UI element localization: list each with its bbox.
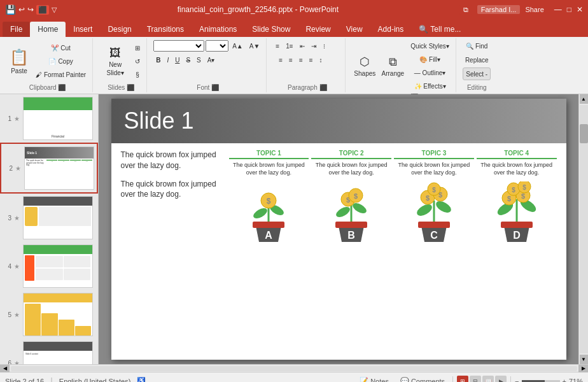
ribbon-group-font: A▲ A▼ B I U S S A▾ Font ⬛ <box>150 38 267 92</box>
plants-row: $ A <box>229 181 557 245</box>
slide-item-1[interactable]: 1 ★ Financial <box>0 94 98 143</box>
status-right: 📝 Notes 💬 Comments ⊞ ⊟ 📖 ▶ − + 71% <box>356 376 583 383</box>
increase-indent-btn[interactable]: ⇥ <box>309 39 319 52</box>
zoom-out-btn[interactable]: − <box>515 378 519 383</box>
topic-text-3: The quick brown fox jumped over the lazy… <box>394 162 474 176</box>
zoom-slider[interactable] <box>522 380 560 383</box>
tab-review[interactable]: Review <box>298 22 338 37</box>
new-slide-button[interactable]: 🖼 NewSlide▾ <box>99 42 131 80</box>
font-color-button[interactable]: A▾ <box>205 53 218 66</box>
strikethrough-button[interactable]: S <box>183 53 193 66</box>
tab-home[interactable]: Home <box>30 22 66 37</box>
slide-title: Slide 1 <box>124 108 194 134</box>
numbering-button[interactable]: 1≡ <box>283 39 295 52</box>
font-label: Font ⬛ <box>153 83 262 91</box>
center-button[interactable]: ≡ <box>286 53 295 66</box>
tab-design[interactable]: Design <box>100 22 139 37</box>
slide-sorter-btn[interactable]: ⊟ <box>470 376 481 383</box>
topic-text-2: The quick brown fox jumped over the lazy… <box>311 162 391 176</box>
tab-view[interactable]: View <box>339 22 370 37</box>
bold-button[interactable]: B <box>153 53 163 66</box>
slide-info: Slide 2 of 16 <box>5 378 44 383</box>
slide-item-6[interactable]: 6 ★ Slide 6 content <box>0 339 98 364</box>
vertical-scrollbar[interactable]: ▲ ▼ <box>578 94 588 364</box>
shape-outline-btn[interactable]: — Outline▾ <box>408 66 452 79</box>
align-left-button[interactable]: ≡ <box>276 53 285 66</box>
restore-btn[interactable]: □ <box>567 5 571 14</box>
reading-view-btn[interactable]: 📖 <box>482 376 494 383</box>
close-btn[interactable]: ✕ <box>577 5 583 14</box>
cut-button[interactable]: ✂️Cut <box>33 41 88 54</box>
zoom-bar[interactable]: − + 71% <box>515 378 583 383</box>
copy-button[interactable]: 📄Copy <box>33 55 88 67</box>
select-button[interactable]: Select - <box>463 67 491 80</box>
tab-file[interactable]: File <box>3 22 30 37</box>
shape-fill-btn[interactable]: 🎨 Fill▾ <box>408 53 452 66</box>
ribbon-group-slides: 🖼 NewSlide▾ ⊞ ↺ § Slides ⬛ <box>95 38 147 92</box>
tab-insert[interactable]: Insert <box>66 22 100 37</box>
tab-addins[interactable]: Add-ins <box>370 22 412 37</box>
plant-b-svg: $ $ B <box>326 181 377 245</box>
topics-row: TOPIC 1 The quick brown fox jumped over … <box>229 150 557 176</box>
window-left-controls[interactable]: 💾 ↩ ↪ ⬛ ▽ <box>5 4 57 15</box>
svg-rect-27 <box>501 222 533 228</box>
shapes-button[interactable]: ⬡ Shapes <box>352 47 377 85</box>
slide-item-5[interactable]: 5 ★ <box>0 290 98 339</box>
slide-thumb-1: Financial <box>23 97 93 140</box>
paste-button[interactable]: 📋 Paste <box>6 42 32 80</box>
italic-button[interactable]: I <box>164 53 171 66</box>
tab-animations[interactable]: Animations <box>192 22 244 37</box>
slide-item-3[interactable]: 3 ★ <box>0 194 98 242</box>
view-icons: ⊞ ⊟ 📖 ▶ <box>457 376 507 383</box>
normal-view-btn[interactable]: ⊞ <box>457 376 468 383</box>
slide-item-2[interactable]: 2 ★ Slide 1 The quick brown fox jumped o… <box>0 143 98 194</box>
layout-button[interactable]: ⊞ <box>132 41 143 54</box>
slide-item-4[interactable]: 4 ★ <box>0 242 98 290</box>
svg-point-2 <box>252 206 269 220</box>
bullets-button[interactable]: ≡ <box>273 39 282 52</box>
svg-text:$: $ <box>507 195 511 202</box>
font-size-select[interactable] <box>206 40 228 52</box>
tab-tellme[interactable]: 🔍 Tell me... <box>411 22 468 37</box>
font-family-select[interactable] <box>153 40 204 52</box>
align-right-button[interactable]: ≡ <box>297 53 305 66</box>
svg-rect-16 <box>418 222 450 228</box>
slide-thumb-2: Slide 1 The quick brown fox jumped over … <box>24 146 94 190</box>
tab-transitions[interactable]: Transitions <box>139 22 192 37</box>
columns-btn[interactable]: ⫶ <box>320 39 328 52</box>
topic-label-1: TOPIC 1 <box>229 150 309 159</box>
plant-d: $ $ $ $ D <box>477 181 557 245</box>
line-spacing-btn[interactable]: ↕ <box>317 53 325 66</box>
tab-slideshow[interactable]: Slide Show <box>244 22 298 37</box>
format-painter-button[interactable]: 🖌Format Painter <box>33 68 88 81</box>
section-button[interactable]: § <box>132 68 143 81</box>
increase-font-btn[interactable]: A▲ <box>230 39 246 52</box>
minimize-btn[interactable]: — <box>554 5 562 14</box>
status-left: Slide 2 of 16 | English (United States) … <box>5 376 146 383</box>
quick-styles-button[interactable]: Quick Styles▾ <box>408 39 452 52</box>
svg-text:B: B <box>347 230 355 241</box>
slide-panel: 1 ★ Financial 2 ★ Slide 1 The quick brow… <box>0 94 99 364</box>
slide-left-text-2: The quick brown fox jumped over the lazy… <box>121 179 223 201</box>
shadow-button[interactable]: S <box>194 53 204 66</box>
notes-label: Notes <box>370 378 389 383</box>
replace-button[interactable]: Replace <box>463 53 491 66</box>
slideshow-view-btn[interactable]: ▶ <box>495 376 507 383</box>
justify-button[interactable]: ≡ <box>307 53 316 66</box>
decrease-indent-btn[interactable]: ⇤ <box>297 39 307 52</box>
reset-button[interactable]: ↺ <box>132 55 143 67</box>
underline-button[interactable]: U <box>172 53 182 66</box>
find-button[interactable]: 🔍 Find <box>463 39 490 52</box>
zoom-level: 71% <box>569 378 583 383</box>
arrange-button[interactable]: ⧉ Arrange <box>380 47 405 85</box>
canvas-area[interactable]: Slide 1 The quick brown fox jumped over … <box>99 94 578 364</box>
decrease-font-btn[interactable]: A▼ <box>247 39 263 52</box>
notes-button[interactable]: 📝 Notes <box>356 376 393 382</box>
zoom-in-btn[interactable]: + <box>563 378 566 383</box>
window-right-controls[interactable]: ⧉ Farshad I... Share — □ ✕ <box>459 5 583 15</box>
svg-text:C: C <box>430 230 438 241</box>
horizontal-scrollbar[interactable]: ◀ ▶ <box>0 364 588 372</box>
comments-button[interactable]: 💬 Comments <box>396 376 449 382</box>
shape-effects-btn[interactable]: ✨ Effects▾ <box>408 80 452 92</box>
accessibility-icon: ♿ <box>137 377 146 382</box>
